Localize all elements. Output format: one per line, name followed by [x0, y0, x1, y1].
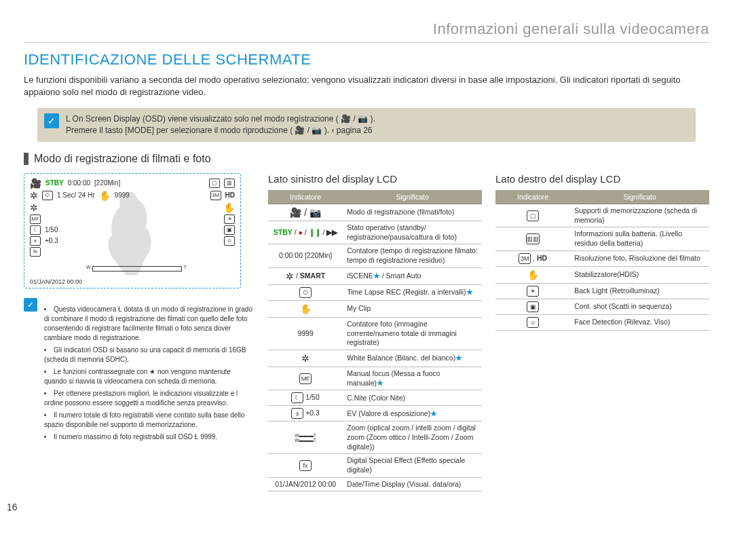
meaning-cell: Informazioni sulla batteria. (Livello re… [570, 227, 709, 250]
table-row: STBY / ● / ❙❙ / ▶▶Stato operativo (stand… [268, 221, 482, 244]
table-row: 3M , HDRisoluzione foto, Risoluzione del… [495, 250, 709, 266]
meaning-cell: Cont. shot (Scatti in sequenza) [570, 299, 709, 314]
meaning-cell: Face Detection (Rilevaz. Viso) [570, 314, 709, 330]
indicator-cell: W▬▬▬TW▬▬▬T [268, 422, 343, 454]
right-table-header-indicator: Indicatore [495, 190, 570, 204]
note-item: Gli indicatori OSD si basano su una capa… [44, 346, 255, 365]
indicator-cell: ± +0.3 [268, 406, 343, 422]
meaning-cell: Stato operativo (standby/ registrazione/… [343, 221, 482, 244]
indicator-cell: ✋ [495, 266, 570, 283]
indicator-cell: 01/JAN/2012 00:00 [268, 477, 343, 491]
note-item: Le funzioni contrassegnate con ★ non ven… [44, 367, 255, 386]
right-table-header-meaning: Significato [570, 190, 709, 204]
indicator-cell: ✋ [268, 300, 343, 317]
storage-icon: ▢ [209, 179, 220, 188]
chapter-title: Informazioni generali sulla videocamera [24, 20, 709, 38]
meaning-cell: Zoom (optical zoom / intelli zoom / digi… [343, 422, 482, 454]
myclip-icon: ✋ [99, 190, 111, 201]
table-row: ☀Back Light (Retroilluminaz) [495, 283, 709, 299]
indicator-cell: 0:00:00 [220Min] [268, 244, 343, 267]
backlight-icon: ☀ [224, 214, 235, 224]
timelapse-icon: ⏲ [42, 191, 53, 200]
lcd-screen-mock: 🎥 STBY 0:00:00 [220Min] ▢ ▥ ✲ ⏲ 1 Sec/ 2 [24, 173, 241, 288]
table-row: ⏲Time Lapse REC (Registr. a intervalli)★ [268, 284, 482, 300]
indicator-cell: ⏲ [268, 284, 343, 300]
table-row: 🎥 / 📷Modo di registrazione (filmati/foto… [268, 204, 482, 221]
meaning-cell: Modo di registrazione (filmati/foto) [343, 204, 482, 221]
left-table-header-meaning: Significato [343, 190, 482, 204]
indicator-cell: ▥▥ [495, 227, 570, 250]
remaining-time: [220Min] [94, 179, 120, 187]
table-row: MFManual focus (Messa a fuoco manuale)★ [268, 367, 482, 390]
indicator-cell: ☀ [495, 283, 570, 299]
timer: 0:00:00 [68, 179, 90, 187]
ev-value: +0.3 [45, 237, 58, 244]
hdis-icon: ✋ [223, 202, 235, 213]
indicator-cell: ▢ [495, 204, 570, 227]
indicator-cell: ✲ / SMART [268, 267, 343, 284]
cnite-icon: ☾ [30, 225, 41, 235]
fx-icon: fx [30, 247, 41, 257]
indicator-cell: 9999 [268, 318, 343, 350]
mf-icon: MF [30, 214, 41, 224]
meaning-cell: Contatore foto (immagine corrente/numero… [343, 318, 482, 350]
meaning-cell: Back Light (Retroilluminaz) [570, 283, 709, 299]
meaning-cell: Supporti di memorizzazione (scheda di me… [570, 204, 709, 227]
meaning-cell: C.Nite (Color Nite) [343, 390, 482, 406]
meaning-cell: Contatore (tempo di registrazione filmat… [343, 244, 482, 267]
meaning-cell: Digital Special Effect (Effetto speciale… [343, 454, 482, 477]
meaning-cell: Manual focus (Messa a fuoco manuale)★ [343, 367, 482, 390]
meaning-cell: White Balance (Bilanc. del bianco)★ [343, 350, 482, 367]
page-number: 16 [7, 502, 18, 512]
stby-indicator: STBY [45, 179, 64, 187]
note-line-2: Premere il tasto [MODE] per selezionare … [66, 125, 375, 136]
right-indicator-table: Indicatore Significato ▢Supporti di memo… [495, 190, 709, 331]
note-item: Il numero massimo di foto registrabili s… [44, 432, 255, 442]
section-title: IDENTIFICAZIONE DELLE SCHERMATE [24, 51, 709, 69]
indicator-cell: 🎥 / 📷 [268, 204, 343, 221]
wb-icon: ✲ [30, 202, 38, 213]
contshot-icon: ▣ [224, 225, 235, 235]
timelapse-text: 1 Sec/ 24 Hr [57, 191, 95, 199]
cnite-value: 1/50 [45, 226, 58, 234]
indicator-cell: ▣ [495, 299, 570, 314]
ev-icon: ± [30, 236, 41, 246]
table-row: ✲ / SMARTiSCENE★ / Smart Auto [268, 267, 482, 284]
resolution-icon: 3M [210, 191, 221, 200]
table-row: ▢Supporti di memorizzazione (scheda di m… [495, 204, 709, 227]
info-icon: ✓ [24, 298, 37, 312]
table-row: 01/JAN/2012 00:00Date/Time Display (Visu… [268, 477, 482, 491]
left-table-title: Lato sinistro del display LCD [268, 173, 482, 185]
subsection-title: Modo di registrazione di filmati e foto [24, 153, 709, 165]
indicator-cell: 3M , HD [495, 250, 570, 266]
notes-list: Questa videocamera Ł dotata di un modo d… [44, 305, 255, 445]
note-item: Questa videocamera Ł dotata di un modo d… [44, 305, 255, 343]
table-row: ☾ 1/50C.Nite (Color Nite) [268, 390, 482, 406]
video-mode-icon: 🎥 [30, 178, 41, 189]
right-table-title: Lato destro del display LCD [495, 173, 709, 185]
meaning-cell: My Clip [343, 300, 482, 317]
zoom-bar [92, 266, 182, 272]
table-row: W▬▬▬TW▬▬▬TZoom (optical zoom / intelli z… [268, 422, 482, 454]
table-row: ▥▥Informazioni sulla batteria. (Livello … [495, 227, 709, 250]
table-row: ✋Stabilizzatore(HDIS) [495, 266, 709, 283]
note-box: ✓ L On Screen Display (OSD) viene visual… [37, 108, 696, 142]
info-icon: ✓ [44, 113, 59, 128]
divider [24, 42, 709, 43]
indicator-cell: MF [268, 367, 343, 390]
table-row: ± +0.3EV (Valore di esposizione)★ [268, 406, 482, 422]
table-row: 0:00:00 [220Min]Contatore (tempo di regi… [268, 244, 482, 267]
table-row: ✋My Clip [268, 300, 482, 317]
lead-text: Le funzioni disponibili variano a second… [24, 74, 709, 98]
indicator-cell: fx [268, 454, 343, 477]
meaning-cell: Stabilizzatore(HDIS) [570, 266, 709, 283]
iscene-icon: ✲ [30, 190, 38, 201]
note-item: Per ottenere prestazioni migliori, le in… [44, 389, 255, 408]
note-line-1: L On Screen Display (OSD) viene visualiz… [66, 113, 375, 125]
battery-icon: ▥ [224, 179, 235, 188]
meaning-cell: EV (Valore di esposizione)★ [343, 406, 482, 422]
left-indicator-table: Indicatore Significato 🎥 / 📷Modo di regi… [268, 190, 482, 491]
meaning-cell: Date/Time Display (Visual. data/ora) [343, 477, 482, 491]
indicator-cell: ☺ [495, 314, 570, 330]
table-row: 9999Contatore foto (immagine corrente/nu… [268, 318, 482, 350]
